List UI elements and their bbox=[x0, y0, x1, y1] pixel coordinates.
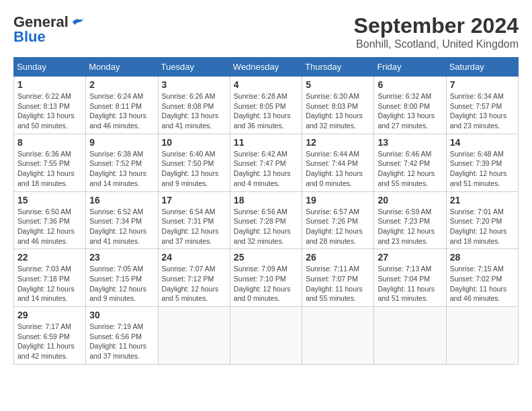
day-info: Sunrise: 6:56 AMSunset: 7:28 PMDaylight:… bbox=[234, 208, 291, 245]
table-row: 11 Sunrise: 6:42 AMSunset: 7:47 PMDaylig… bbox=[230, 134, 302, 191]
col-saturday: Saturday bbox=[446, 58, 518, 77]
day-number: 9 bbox=[89, 137, 154, 148]
day-number: 22 bbox=[17, 252, 82, 263]
day-info: Sunrise: 6:30 AMSunset: 8:03 PMDaylight:… bbox=[306, 92, 363, 130]
day-number: 18 bbox=[234, 195, 298, 205]
day-info: Sunrise: 6:48 AMSunset: 7:39 PMDaylight:… bbox=[450, 150, 507, 187]
day-info: Sunrise: 6:28 AMSunset: 8:05 PMDaylight:… bbox=[234, 92, 291, 130]
day-info: Sunrise: 6:36 AMSunset: 7:55 PMDaylight:… bbox=[17, 150, 75, 187]
day-info: Sunrise: 6:38 AMSunset: 7:52 PMDaylight:… bbox=[89, 150, 146, 187]
table-row: 12 Sunrise: 6:44 AMSunset: 7:44 PMDaylig… bbox=[302, 134, 374, 191]
table-row: 10 Sunrise: 6:40 AMSunset: 7:50 PMDaylig… bbox=[158, 134, 230, 191]
day-number: 19 bbox=[306, 195, 370, 205]
day-number: 11 bbox=[234, 137, 298, 148]
day-number: 14 bbox=[450, 137, 515, 148]
table-row bbox=[374, 307, 446, 365]
day-info: Sunrise: 6:44 AMSunset: 7:44 PMDaylight:… bbox=[306, 150, 363, 187]
table-row: 23 Sunrise: 7:05 AMSunset: 7:15 PMDaylig… bbox=[86, 249, 158, 307]
table-row: 2 Sunrise: 6:24 AMSunset: 8:11 PMDayligh… bbox=[86, 77, 158, 134]
day-number: 25 bbox=[234, 252, 298, 263]
day-info: Sunrise: 7:13 AMSunset: 7:04 PMDaylight:… bbox=[378, 265, 435, 302]
col-wednesday: Wednesday bbox=[230, 58, 302, 77]
table-row: 7 Sunrise: 6:34 AMSunset: 7:57 PMDayligh… bbox=[446, 77, 518, 134]
table-row: 4 Sunrise: 6:28 AMSunset: 8:05 PMDayligh… bbox=[230, 77, 302, 134]
table-row: 29 Sunrise: 7:17 AMSunset: 6:59 PMDaylig… bbox=[14, 307, 86, 365]
col-sunday: Sunday bbox=[14, 58, 86, 77]
calendar-subtitle: Bonhill, Scotland, United Kingdom bbox=[354, 38, 519, 50]
page-header: General Blue September 2024 Bonhill, Sco… bbox=[13, 13, 519, 50]
day-info: Sunrise: 7:09 AMSunset: 7:10 PMDaylight:… bbox=[234, 265, 291, 302]
col-tuesday: Tuesday bbox=[158, 58, 230, 77]
day-number: 8 bbox=[17, 137, 82, 148]
day-info: Sunrise: 7:03 AMSunset: 7:18 PMDaylight:… bbox=[17, 265, 75, 302]
table-row: 6 Sunrise: 6:32 AMSunset: 8:00 PMDayligh… bbox=[374, 77, 446, 134]
table-row: 14 Sunrise: 6:48 AMSunset: 7:39 PMDaylig… bbox=[446, 134, 518, 191]
day-number: 27 bbox=[378, 252, 442, 263]
day-info: Sunrise: 6:54 AMSunset: 7:31 PMDaylight:… bbox=[162, 208, 219, 245]
day-info: Sunrise: 6:24 AMSunset: 8:11 PMDaylight:… bbox=[89, 92, 146, 130]
table-row: 15 Sunrise: 6:50 AMSunset: 7:36 PMDaylig… bbox=[14, 191, 86, 249]
day-info: Sunrise: 6:40 AMSunset: 7:50 PMDaylight:… bbox=[162, 150, 219, 187]
day-number: 30 bbox=[89, 310, 154, 320]
title-area: September 2024 Bonhill, Scotland, United… bbox=[354, 13, 519, 50]
day-number: 10 bbox=[162, 137, 226, 148]
table-row bbox=[230, 307, 302, 365]
logo: General Blue bbox=[13, 13, 85, 46]
table-row: 28 Sunrise: 7:15 AMSunset: 7:02 PMDaylig… bbox=[446, 249, 518, 307]
table-row: 25 Sunrise: 7:09 AMSunset: 7:10 PMDaylig… bbox=[230, 249, 302, 307]
day-info: Sunrise: 7:01 AMSunset: 7:20 PMDaylight:… bbox=[450, 208, 507, 245]
day-number: 7 bbox=[450, 79, 515, 90]
day-number: 16 bbox=[89, 195, 154, 205]
day-number: 21 bbox=[450, 195, 515, 205]
col-friday: Friday bbox=[374, 58, 446, 77]
day-info: Sunrise: 6:26 AMSunset: 8:08 PMDaylight:… bbox=[162, 92, 219, 130]
table-row bbox=[158, 307, 230, 365]
calendar-week-row: 8 Sunrise: 6:36 AMSunset: 7:55 PMDayligh… bbox=[14, 134, 519, 191]
day-info: Sunrise: 6:57 AMSunset: 7:26 PMDaylight:… bbox=[306, 208, 363, 245]
day-info: Sunrise: 6:50 AMSunset: 7:36 PMDaylight:… bbox=[17, 208, 75, 245]
table-row: 27 Sunrise: 7:13 AMSunset: 7:04 PMDaylig… bbox=[374, 249, 446, 307]
day-info: Sunrise: 6:32 AMSunset: 8:00 PMDaylight:… bbox=[378, 92, 435, 130]
day-number: 12 bbox=[306, 137, 370, 148]
day-info: Sunrise: 7:05 AMSunset: 7:15 PMDaylight:… bbox=[89, 265, 146, 302]
day-info: Sunrise: 7:17 AMSunset: 6:59 PMDaylight:… bbox=[17, 322, 75, 360]
day-info: Sunrise: 6:46 AMSunset: 7:42 PMDaylight:… bbox=[378, 150, 435, 187]
table-row: 17 Sunrise: 6:54 AMSunset: 7:31 PMDaylig… bbox=[158, 191, 230, 249]
table-row: 5 Sunrise: 6:30 AMSunset: 8:03 PMDayligh… bbox=[302, 77, 374, 134]
day-info: Sunrise: 6:52 AMSunset: 7:34 PMDaylight:… bbox=[89, 208, 146, 245]
calendar-week-row: 29 Sunrise: 7:17 AMSunset: 6:59 PMDaylig… bbox=[14, 307, 519, 365]
day-number: 20 bbox=[378, 195, 442, 205]
table-row: 30 Sunrise: 7:19 AMSunset: 6:56 PMDaylig… bbox=[86, 307, 158, 365]
day-number: 15 bbox=[17, 195, 82, 205]
day-number: 4 bbox=[234, 79, 298, 90]
day-info: Sunrise: 6:34 AMSunset: 7:57 PMDaylight:… bbox=[450, 92, 507, 130]
calendar-week-row: 15 Sunrise: 6:50 AMSunset: 7:36 PMDaylig… bbox=[14, 191, 519, 249]
table-row: 1 Sunrise: 6:22 AMSunset: 8:13 PMDayligh… bbox=[14, 77, 86, 134]
table-row: 24 Sunrise: 7:07 AMSunset: 7:12 PMDaylig… bbox=[158, 249, 230, 307]
day-number: 13 bbox=[378, 137, 442, 148]
table-row: 20 Sunrise: 6:59 AMSunset: 7:23 PMDaylig… bbox=[374, 191, 446, 249]
logo-bird-icon bbox=[70, 17, 85, 28]
day-number: 28 bbox=[450, 252, 515, 263]
calendar-title: September 2024 bbox=[354, 13, 519, 38]
day-number: 17 bbox=[162, 195, 226, 205]
table-row: 26 Sunrise: 7:11 AMSunset: 7:07 PMDaylig… bbox=[302, 249, 374, 307]
table-row: 13 Sunrise: 6:46 AMSunset: 7:42 PMDaylig… bbox=[374, 134, 446, 191]
table-row: 21 Sunrise: 7:01 AMSunset: 7:20 PMDaylig… bbox=[446, 191, 518, 249]
table-row: 22 Sunrise: 7:03 AMSunset: 7:18 PMDaylig… bbox=[14, 249, 86, 307]
table-row: 3 Sunrise: 6:26 AMSunset: 8:08 PMDayligh… bbox=[158, 77, 230, 134]
day-number: 2 bbox=[89, 79, 154, 90]
table-row: 8 Sunrise: 6:36 AMSunset: 7:55 PMDayligh… bbox=[14, 134, 86, 191]
day-info: Sunrise: 7:07 AMSunset: 7:12 PMDaylight:… bbox=[162, 265, 219, 302]
day-number: 24 bbox=[162, 252, 226, 263]
day-info: Sunrise: 7:19 AMSunset: 6:56 PMDaylight:… bbox=[89, 322, 146, 360]
day-number: 5 bbox=[306, 79, 370, 90]
day-number: 3 bbox=[162, 79, 226, 90]
calendar-table: Sunday Monday Tuesday Wednesday Thursday… bbox=[13, 57, 519, 365]
day-number: 26 bbox=[306, 252, 370, 263]
day-number: 23 bbox=[89, 252, 154, 263]
day-info: Sunrise: 6:22 AMSunset: 8:13 PMDaylight:… bbox=[17, 92, 75, 130]
table-row: 18 Sunrise: 6:56 AMSunset: 7:28 PMDaylig… bbox=[230, 191, 302, 249]
day-info: Sunrise: 6:42 AMSunset: 7:47 PMDaylight:… bbox=[234, 150, 291, 187]
col-thursday: Thursday bbox=[302, 58, 374, 77]
